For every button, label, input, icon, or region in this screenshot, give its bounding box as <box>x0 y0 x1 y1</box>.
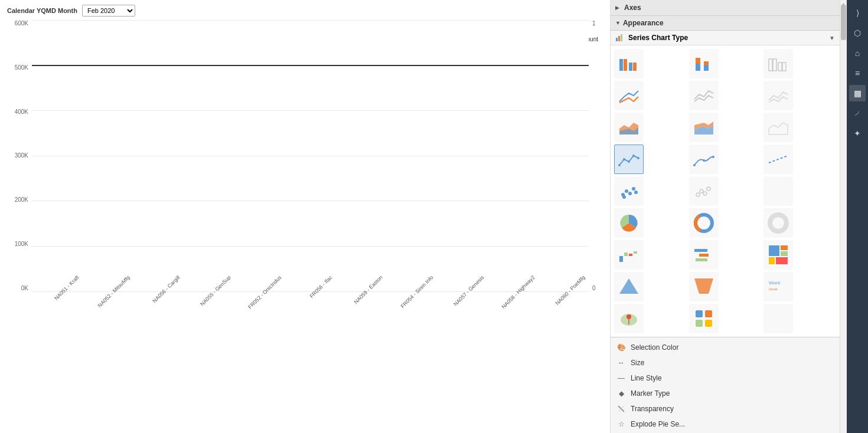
explode-pie-row[interactable]: ☆ Explode Pie Se... <box>611 416 840 432</box>
expand-icon[interactable]: ⟩ <box>849 5 866 21</box>
size-row[interactable]: ↔ Size <box>611 355 840 370</box>
svg-rect-12 <box>773 59 776 71</box>
appearance-label: Appearance <box>623 19 664 27</box>
svg-text:Word: Word <box>769 280 780 286</box>
bars-container <box>32 20 589 291</box>
svg-rect-62 <box>696 310 703 317</box>
svg-rect-50 <box>769 245 779 256</box>
chart-type-puzzle[interactable] <box>689 304 719 333</box>
svg-point-31 <box>628 192 632 195</box>
transparency-icon <box>616 404 626 414</box>
asterisk-icon[interactable]: ✦ <box>849 125 866 142</box>
appearance-arrow-icon: ▼ <box>615 20 621 26</box>
line-style-row[interactable]: — Line Style <box>611 370 840 386</box>
chart-type-map[interactable] <box>614 304 644 333</box>
chart-wrapper: 600K 500K 400K 300K 200K 100K 0K 1 0 <box>7 20 603 315</box>
scrollbar-thumb[interactable] <box>841 5 846 40</box>
chart-type-word-cloud[interactable]: Word cloud <box>763 272 793 301</box>
svg-point-35 <box>696 193 700 196</box>
series-chart-dropdown-arrow[interactable]: ▼ <box>829 35 835 41</box>
svg-text:cloud: cloud <box>769 287 777 291</box>
svg-point-33 <box>622 195 626 199</box>
svg-rect-49 <box>696 258 707 261</box>
svg-point-42 <box>770 215 787 231</box>
svg-rect-43 <box>619 256 623 262</box>
selection-color-row[interactable]: 🎨 Selection Color <box>611 340 840 355</box>
axes-section-header[interactable]: ▶ Axes <box>611 0 840 16</box>
svg-point-37 <box>703 192 707 195</box>
chart-type-waterfall[interactable] <box>614 240 644 270</box>
side-icons-bar: ⟩ ⬡ ⌂ ≡ ▦ ⟋ ✦ <box>847 0 868 433</box>
panel-scrollbar[interactable]: ▲ ▼ <box>840 0 847 433</box>
series-chart-type-label: Series Chart Type <box>628 34 825 42</box>
list-icon[interactable]: ≡ <box>849 65 866 81</box>
marker-type-label: Marker Type <box>631 389 834 398</box>
marker-type-row[interactable]: ◆ Marker Type <box>611 386 840 401</box>
svg-rect-0 <box>616 38 618 41</box>
svg-rect-7 <box>696 64 700 71</box>
line-icon[interactable]: ⟋ <box>849 105 866 122</box>
chart-type-bar-outline[interactable] <box>763 49 793 78</box>
chart-type-line-chart[interactable] <box>614 145 644 174</box>
chart-type-grid-container: Word cloud <box>611 45 840 337</box>
size-label: Size <box>631 359 834 367</box>
line-style-label: Line Style <box>631 374 834 382</box>
transparency-row[interactable]: Transparency <box>611 401 840 416</box>
chart-type-line-h3[interactable] <box>763 81 793 110</box>
chart-type-area-outline[interactable] <box>763 113 793 142</box>
chart-type-treemap[interactable] <box>763 240 793 270</box>
svg-point-27 <box>712 156 714 158</box>
selection-color-icon: 🎨 <box>616 343 626 352</box>
svg-rect-3 <box>619 59 623 71</box>
calendar-label: Calendar YQMD Month <box>7 7 77 14</box>
chart-type-area-colored[interactable] <box>614 113 644 142</box>
explode-pie-icon: ☆ <box>616 419 626 429</box>
svg-rect-54 <box>776 257 788 264</box>
chart-type-line-h1[interactable] <box>614 81 644 110</box>
chart-type-area-stacked[interactable] <box>689 113 719 142</box>
chart-type-bar-clustered[interactable] <box>614 49 644 78</box>
month-select[interactable]: Feb 2020 <box>82 5 135 17</box>
chart-type-funnel[interactable] <box>689 272 719 301</box>
cube-icon[interactable]: ⬡ <box>849 25 866 41</box>
explode-pie-label: Explode Pie Se... <box>631 420 834 428</box>
chart-inner <box>32 20 589 291</box>
svg-rect-47 <box>694 249 707 252</box>
chart-type-icon <box>615 33 625 42</box>
chart-type-scatter-outline[interactable] <box>689 176 719 206</box>
chart-type-pie[interactable] <box>614 208 644 238</box>
svg-point-23 <box>632 155 635 157</box>
svg-rect-46 <box>634 251 637 254</box>
chart-type-empty <box>763 304 793 333</box>
svg-rect-52 <box>781 251 788 256</box>
svg-point-38 <box>707 187 710 191</box>
chart-type-pyramid[interactable] <box>614 272 644 301</box>
svg-point-22 <box>628 160 630 163</box>
svg-point-20 <box>618 164 621 166</box>
y-axis-left: 600K 500K 400K 300K 200K 100K 0K <box>7 20 31 291</box>
chart-type-bar-stacked[interactable] <box>689 49 719 78</box>
svg-point-34 <box>634 191 638 194</box>
right-panel: ▶ Axes ▼ Appearance Series Chart Type ▼ <box>611 0 847 433</box>
series-chart-type-row[interactable]: Series Chart Type ▼ <box>611 31 840 45</box>
chart-type-line-h2[interactable] <box>689 81 719 110</box>
appearance-section-header[interactable]: ▼ Appearance <box>611 16 840 31</box>
svg-rect-9 <box>704 65 709 71</box>
chart-type-donut[interactable] <box>689 208 719 238</box>
svg-rect-10 <box>704 61 709 65</box>
svg-rect-45 <box>629 254 632 256</box>
home-icon[interactable]: ⌂ <box>849 45 866 61</box>
svg-rect-48 <box>699 254 709 257</box>
chart-type-dash-line[interactable] <box>763 145 793 174</box>
chart-type-curve-chart[interactable] <box>689 145 719 174</box>
svg-point-26 <box>703 159 705 162</box>
chart-icon[interactable]: ▦ <box>849 85 866 101</box>
chart-type-ring[interactable] <box>763 208 793 238</box>
svg-rect-51 <box>781 245 788 250</box>
chart-type-scatter[interactable] <box>614 176 644 206</box>
chart-type-gantt[interactable] <box>689 240 719 270</box>
chart-type-scatter-empty[interactable] <box>763 176 793 206</box>
y-axis-right: 1 0 <box>591 20 603 291</box>
svg-marker-56 <box>694 278 713 294</box>
svg-rect-11 <box>769 59 772 71</box>
